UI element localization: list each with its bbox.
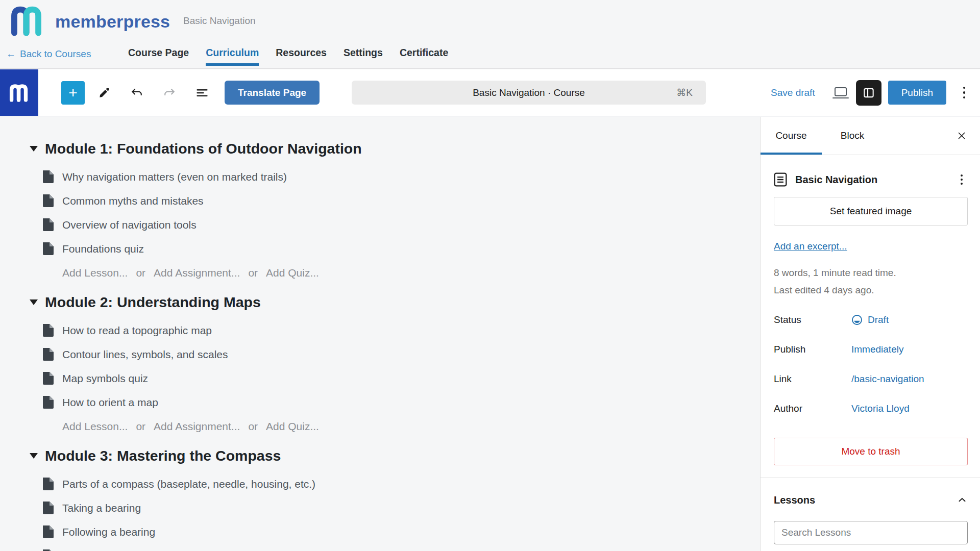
detail-label: Link: [774, 373, 851, 385]
shortcut-hint: ⌘K: [676, 87, 693, 98]
page-icon: [43, 242, 54, 255]
module-title[interactable]: Module 2: Understanding Maps: [45, 294, 261, 311]
preview-button[interactable]: [827, 80, 854, 106]
lesson-row[interactable]: Parts of a compass (baseplate, needle, h…: [30, 472, 760, 496]
tab-curriculum[interactable]: Curriculum: [206, 47, 259, 66]
lesson-title: Map symbols quiz: [62, 372, 148, 385]
lesson-row[interactable]: Following a bearing: [30, 520, 760, 544]
last-edited-text: Last edited 4 days ago.: [774, 282, 968, 299]
command-palette-button[interactable]: Basic Navigation · Course ⌘K: [352, 81, 706, 105]
brand-header: memberpress Basic Navigation ← Back to C…: [0, 0, 980, 69]
add-excerpt-link[interactable]: Add an excerpt...: [774, 241, 847, 252]
collapse-triangle-icon[interactable]: [30, 453, 38, 459]
translate-page-button[interactable]: Translate Page: [225, 81, 320, 105]
add-assignment-link[interactable]: Add Assignment...: [154, 420, 240, 433]
module-section: Module 2: Understanding Maps How to read…: [30, 293, 760, 438]
course-editor-app: memberpress Basic Navigation ← Back to C…: [0, 0, 980, 551]
lesson-title: Following a bearing: [62, 526, 155, 538]
save-draft-button[interactable]: Save draft: [771, 87, 815, 98]
detail-value-button[interactable]: Victoria Lloyd: [851, 403, 910, 414]
block-inserter-button[interactable]: +: [61, 81, 85, 105]
page-icon: [43, 396, 54, 409]
edit-mode-button[interactable]: [91, 80, 117, 106]
page-icon: [43, 525, 54, 538]
add-lesson-link[interactable]: Add Lesson...: [62, 420, 128, 433]
page-icon: [43, 478, 54, 490]
lesson-title: Taking a bearing: [62, 502, 141, 514]
document-overview-button[interactable]: [189, 80, 215, 106]
lesson-row[interactable]: Contour lines, symbols, and scales: [30, 342, 760, 366]
chevron-up-icon[interactable]: [957, 494, 968, 506]
add-quiz-link[interactable]: Add Quiz...: [266, 420, 319, 433]
lesson-row[interactable]: Triangulation: finding your location usi…: [30, 544, 760, 551]
detail-value-button[interactable]: Draft: [851, 314, 889, 325]
add-assignment-link[interactable]: Add Assignment...: [154, 267, 240, 279]
kebab-dot: [963, 96, 966, 99]
module-title[interactable]: Module 1: Foundations of Outdoor Navigat…: [45, 140, 362, 157]
lesson-row[interactable]: How to read a topographic map: [30, 318, 760, 342]
publish-button[interactable]: Publish: [888, 81, 946, 105]
tab-resources[interactable]: Resources: [276, 47, 327, 66]
lesson-row[interactable]: How to orient a map: [30, 390, 760, 414]
detail-label: Status: [774, 314, 851, 325]
lesson-list: Why navigation matters (even on marked t…: [30, 165, 760, 261]
panel-options-button[interactable]: [955, 170, 968, 189]
lesson-row[interactable]: Map symbols quiz: [30, 366, 760, 390]
lesson-row[interactable]: Overview of navigation tools: [30, 213, 760, 237]
set-featured-image-button[interactable]: Set featured image: [774, 197, 968, 226]
pencil-icon: [97, 86, 111, 99]
tab-course-page[interactable]: Course Page: [128, 47, 189, 66]
course-nav-tabs: Course Page Curriculum Resources Setting…: [128, 47, 448, 66]
detail-value-text: Immediately: [851, 344, 903, 355]
detail-value-button[interactable]: /basic-navigation: [851, 373, 924, 385]
close-sidebar-button[interactable]: [950, 117, 973, 155]
memberpress-home-button[interactable]: [0, 69, 38, 116]
add-items-row: Add Lesson... or Add Assignment... or Ad…: [30, 261, 760, 285]
kebab-dot: [961, 174, 963, 177]
kebab-dot: [963, 87, 966, 89]
module-list: Module 1: Foundations of Outdoor Navigat…: [30, 139, 760, 551]
module-title[interactable]: Module 3: Mastering the Compass: [45, 447, 281, 464]
detail-label: Author: [774, 403, 851, 414]
module-header[interactable]: Module 3: Mastering the Compass: [30, 446, 760, 465]
module-header[interactable]: Module 2: Understanding Maps: [30, 293, 760, 311]
redo-button[interactable]: [156, 80, 183, 106]
draft-status-icon: [851, 314, 863, 325]
module-section: Module 1: Foundations of Outdoor Navigat…: [30, 139, 760, 285]
collapse-triangle-icon[interactable]: [30, 146, 38, 152]
options-menu-button[interactable]: [958, 80, 971, 106]
lesson-row[interactable]: Common myths and mistakes: [30, 189, 760, 213]
back-to-courses-link[interactable]: ← Back to Courses: [6, 48, 91, 60]
page-icon: [43, 218, 54, 231]
lesson-title: Foundations quiz: [62, 243, 144, 255]
tab-certificate[interactable]: Certificate: [400, 47, 448, 66]
add-quiz-link[interactable]: Add Quiz...: [266, 267, 319, 279]
undo-button[interactable]: [124, 80, 150, 106]
module-header[interactable]: Module 1: Foundations of Outdoor Navigat…: [30, 139, 760, 158]
collapse-triangle-icon[interactable]: [30, 299, 38, 305]
lessons-panel-header[interactable]: Lessons: [774, 492, 968, 508]
brand-row: memberpress: [7, 5, 170, 37]
detail-value-button[interactable]: Immediately: [851, 344, 903, 355]
course-context-label: Basic Navigation: [183, 15, 256, 27]
or-text: or: [136, 267, 145, 279]
sidebar-panel-icon: [862, 86, 875, 99]
search-lessons-input[interactable]: [774, 521, 968, 544]
add-lesson-link[interactable]: Add Lesson...: [62, 267, 128, 279]
move-to-trash-button[interactable]: Move to trash: [774, 438, 968, 465]
lesson-row[interactable]: Why navigation matters (even on marked t…: [30, 165, 760, 189]
tab-settings[interactable]: Settings: [344, 47, 383, 66]
document-title: Basic Navigation · Course: [352, 87, 706, 98]
settings-sidebar-toggle[interactable]: [856, 80, 881, 106]
lesson-row[interactable]: Foundations quiz: [30, 237, 760, 261]
sidebar-tab-course[interactable]: Course: [761, 117, 822, 155]
editor-toolbar: +: [0, 69, 980, 116]
page-icon: [43, 194, 54, 207]
page-icon: [43, 170, 54, 183]
lesson-row[interactable]: Taking a bearing: [30, 496, 760, 520]
undo-icon: [130, 86, 144, 100]
lesson-list: Parts of a compass (baseplate, needle, h…: [30, 472, 760, 551]
sidebar-tab-block[interactable]: Block: [822, 117, 883, 155]
module-section: Module 3: Mastering the Compass Parts of…: [30, 446, 760, 551]
panel-title: Basic Navigation: [795, 174, 955, 186]
